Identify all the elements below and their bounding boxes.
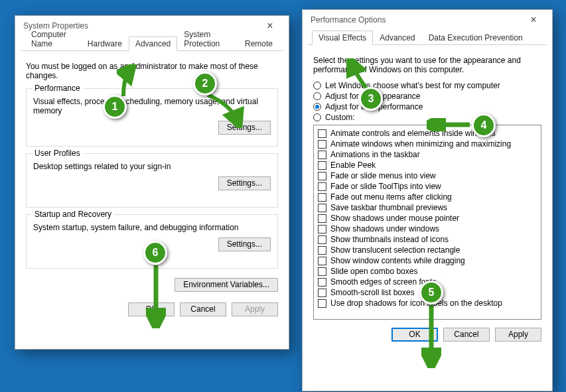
- checkbox-icon[interactable]: [318, 299, 326, 308]
- checkbox-label: Save taskbar thumbnail previews: [330, 203, 447, 213]
- apply-button[interactable]: Apply: [232, 302, 278, 316]
- checkbox-label: Show translucent selection rectangle: [330, 245, 460, 255]
- checkbox-option[interactable]: Show translucent selection rectangle: [318, 245, 537, 255]
- checkbox-icon[interactable]: [318, 140, 326, 149]
- checkbox-option[interactable]: Show shadows under windows: [318, 224, 537, 234]
- close-icon[interactable]: ×: [520, 14, 547, 26]
- arrow-4: [427, 118, 473, 131]
- checkbox-label: Use drop shadows for icon labels on the …: [330, 298, 502, 308]
- tab-advanced[interactable]: Advanced: [373, 31, 421, 45]
- checkbox-icon[interactable]: [318, 278, 326, 287]
- tab-remote[interactable]: Remote: [238, 36, 279, 51]
- checkbox-label: Show window contents while dragging: [330, 256, 465, 266]
- checkbox-icon[interactable]: [318, 257, 326, 265]
- checkbox-option[interactable]: Fade or slide ToolTips into view: [318, 182, 537, 192]
- checkbox-icon[interactable]: [318, 193, 326, 202]
- checkbox-icon[interactable]: [318, 246, 326, 255]
- checkbox-option[interactable]: Show shadows under mouse pointer: [318, 214, 537, 224]
- checkbox-icon[interactable]: [318, 151, 326, 159]
- radio-icon[interactable]: [313, 103, 321, 111]
- group-legend: User Profiles: [32, 149, 83, 158]
- startup-settings-button[interactable]: Settings...: [218, 237, 271, 251]
- checkbox-option[interactable]: Animate windows when minimizing and maxi…: [318, 139, 537, 149]
- step-marker-2: 2: [193, 72, 217, 96]
- checkbox-icon[interactable]: [318, 289, 326, 297]
- checkbox-label: Show shadows under windows: [330, 224, 439, 234]
- checkbox-label: Smooth-scroll list boxes: [330, 288, 415, 298]
- checkbox-icon[interactable]: [318, 225, 326, 233]
- cancel-button[interactable]: Cancel: [180, 302, 226, 316]
- profiles-settings-button[interactable]: Settings...: [218, 176, 271, 190]
- group-desc: Desktop settings related to your sign-in: [33, 162, 271, 171]
- checkbox-label: Animations in the taskbar: [330, 150, 420, 160]
- step-marker-3: 3: [359, 87, 383, 111]
- checkbox-option[interactable]: Slide open combo boxes: [318, 267, 537, 277]
- radio-label: Custom:: [325, 113, 355, 122]
- tab-system-protection[interactable]: System Protection: [177, 27, 238, 51]
- window-title: Performance Options: [311, 15, 386, 25]
- arrow-6: [146, 262, 166, 328]
- checkbox-icon[interactable]: [318, 172, 326, 180]
- tabstrip: Visual Effects Advanced Data Execution P…: [308, 30, 547, 45]
- admin-note: You must be logged on as an Administrato…: [26, 62, 278, 80]
- checkbox-label: Show thumbnails instead of icons: [330, 235, 449, 245]
- step-marker-4: 4: [472, 113, 496, 137]
- checkbox-option[interactable]: Fade or slide menus into view: [318, 171, 537, 181]
- checkbox-label: Show shadows under mouse pointer: [330, 214, 459, 224]
- step-marker-6: 6: [143, 241, 167, 265]
- checkbox-icon[interactable]: [318, 267, 326, 276]
- tab-visual-effects[interactable]: Visual Effects: [312, 31, 373, 45]
- checkbox-icon[interactable]: [318, 214, 326, 223]
- tabstrip: Computer Name Hardware Advanced System P…: [21, 36, 283, 51]
- group-user-profiles: User Profiles Desktop settings related t…: [26, 153, 278, 208]
- checkbox-icon[interactable]: [318, 235, 326, 244]
- tab-dep[interactable]: Data Execution Prevention: [422, 31, 530, 45]
- checkbox-label: Animate windows when minimizing and maxi…: [330, 139, 511, 149]
- environment-variables-button[interactable]: Environment Variables...: [175, 278, 278, 292]
- radio-icon[interactable]: [313, 82, 321, 90]
- checkbox-option[interactable]: Enable Peek: [318, 161, 537, 170]
- checkbox-label: Slide open combo boxes: [330, 267, 417, 277]
- tab-hardware[interactable]: Hardware: [81, 36, 129, 51]
- group-desc: System startup, system failure, and debu…: [33, 223, 271, 232]
- arrow-2: [204, 92, 244, 128]
- apply-button[interactable]: Apply: [495, 328, 541, 342]
- tab-computer-name[interactable]: Computer Name: [25, 27, 81, 51]
- arrow-1: [117, 64, 137, 98]
- checkbox-icon[interactable]: [318, 204, 326, 212]
- titlebar: Performance Options ×: [303, 10, 552, 30]
- close-icon[interactable]: ×: [257, 20, 283, 32]
- checkbox-label: Fade or slide ToolTips into view: [330, 182, 441, 192]
- checkbox-option[interactable]: Show thumbnails instead of icons: [318, 235, 537, 245]
- group-legend: Startup and Recovery: [32, 210, 114, 219]
- checkbox-option[interactable]: Animations in the taskbar: [318, 150, 537, 160]
- checkbox-option[interactable]: Fade out menu items after clicking: [318, 192, 537, 202]
- checkbox-label: Smooth edges of screen fonts: [330, 277, 436, 287]
- cancel-button[interactable]: Cancel: [443, 328, 490, 342]
- checkbox-icon[interactable]: [318, 161, 326, 170]
- checkbox-icon[interactable]: [318, 182, 326, 191]
- arrow-5: [421, 302, 441, 368]
- radio-option[interactable]: Adjust for best performance: [313, 102, 541, 111]
- step-marker-1: 1: [103, 95, 127, 119]
- group-legend: Performance: [32, 84, 83, 93]
- checkbox-icon[interactable]: [318, 129, 326, 138]
- checkbox-label: Fade out menu items after clicking: [330, 192, 452, 202]
- radio-option[interactable]: Adjust for best appearance: [313, 92, 541, 101]
- radio-icon[interactable]: [313, 113, 321, 121]
- radio-icon[interactable]: [313, 92, 321, 100]
- step-marker-5: 5: [419, 281, 443, 304]
- checkbox-label: Fade or slide menus into view: [330, 171, 436, 181]
- checkbox-option[interactable]: Show window contents while dragging: [318, 256, 537, 266]
- checkbox-option[interactable]: Save taskbar thumbnail previews: [318, 203, 537, 213]
- tab-advanced[interactable]: Advanced: [129, 36, 177, 51]
- checkbox-label: Enable Peek: [330, 161, 376, 170]
